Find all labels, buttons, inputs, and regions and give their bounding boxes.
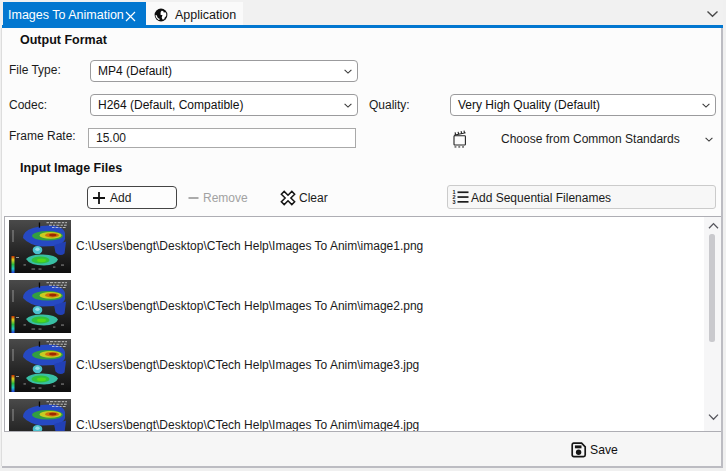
svg-text:3: 3 [453,199,456,205]
